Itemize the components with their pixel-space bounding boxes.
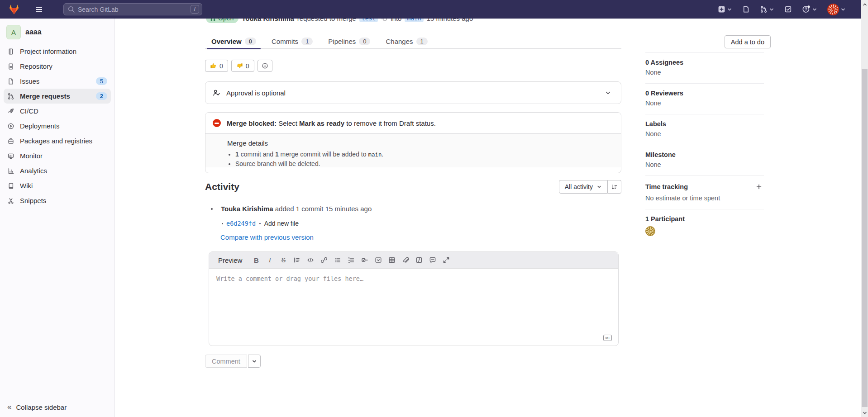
approval-expand-button[interactable] — [602, 87, 614, 99]
activity-sort-button[interactable] — [608, 180, 621, 194]
thumbs-up-button[interactable]: 0 — [205, 60, 228, 72]
italic-button[interactable]: I — [264, 255, 276, 265]
sidebar-item-deployments[interactable]: Deployments — [4, 118, 111, 133]
quote-icon — [293, 256, 300, 264]
sidebar-item-snippets[interactable]: Snippets — [4, 193, 111, 208]
link-button[interactable] — [318, 255, 330, 265]
code-button[interactable] — [305, 255, 316, 265]
search-input[interactable] — [78, 6, 188, 13]
markdown-supported-icon[interactable]: M↓ — [603, 335, 612, 341]
quote-button[interactable] — [291, 255, 303, 265]
tab-commits[interactable]: Commits 1 — [267, 34, 317, 49]
table-icon — [388, 256, 396, 264]
sidebar-item-cicd[interactable]: CI/CD — [4, 104, 111, 118]
double-chevron-left-icon: « — [7, 403, 11, 412]
commit-line: e6d249fd - Add new file — [222, 220, 621, 227]
labels-section[interactable]: Labels None — [645, 114, 764, 145]
chevron-down-icon — [252, 359, 257, 364]
scroll-down-arrow[interactable] — [861, 409, 868, 416]
insert-template-button[interactable] — [413, 255, 425, 265]
search-bar[interactable]: / — [63, 3, 202, 15]
bullet-list-icon — [334, 256, 341, 264]
reviewers-title: 0 Reviewers — [645, 90, 764, 97]
sidebar-item-issues[interactable]: Issues 5 — [4, 74, 111, 89]
commits-count: 1 — [301, 38, 313, 45]
milestone-section[interactable]: Milestone None — [645, 145, 764, 175]
approval-text: Approval is optional — [226, 89, 286, 97]
saved-reply-button[interactable] — [427, 255, 439, 265]
sidebar-item-monitor[interactable]: Monitor — [4, 148, 111, 163]
merge-requests-shortcut[interactable] — [757, 5, 777, 13]
comment-options-button[interactable] — [248, 355, 261, 368]
merge-details: Merge details 1 commit and 1 merge commi… — [205, 134, 621, 167]
thumbs-down-button[interactable]: 0 — [231, 60, 254, 72]
merge-detail-source-branch: Source branch will be deleted. — [235, 160, 614, 167]
milestone-title: Milestone — [645, 151, 764, 158]
user-avatar — [827, 4, 839, 15]
task-list-button[interactable] — [359, 255, 371, 265]
numbered-list-button[interactable] — [345, 255, 357, 265]
search-icon — [67, 5, 75, 13]
collapsible-section-button[interactable] — [372, 255, 384, 265]
attach-file-button[interactable] — [400, 255, 411, 265]
sidebar-item-packages[interactable]: Packages and registries — [4, 133, 111, 148]
reviewers-value: None — [645, 100, 764, 107]
participants-title: 1 Participant — [645, 215, 764, 223]
scroll-up-arrow[interactable] — [861, 1, 868, 8]
project-header[interactable]: A aaaa — [0, 19, 114, 44]
preview-tab[interactable]: Preview — [215, 256, 246, 264]
entry-author[interactable]: Touka Kirishima — [221, 205, 273, 213]
strikethrough-button[interactable]: S — [277, 255, 289, 265]
user-menu[interactable] — [825, 4, 849, 15]
sidebar-item-analytics[interactable]: Analytics — [4, 163, 111, 178]
activity-entry: Touka Kirishima added 1 commit 15 minute… — [205, 205, 621, 213]
todos-shortcut[interactable] — [782, 5, 795, 13]
sidebar-item-repository[interactable]: Repository — [4, 59, 111, 74]
table-button[interactable] — [386, 255, 398, 265]
commit-bullet — [222, 223, 223, 224]
chevron-down-icon — [596, 184, 602, 190]
tab-overview[interactable]: Overview 0 — [207, 34, 261, 49]
new-menu[interactable] — [715, 5, 735, 13]
editor-toolbar: Preview B I S — [209, 252, 618, 269]
participant-avatar[interactable] — [645, 226, 655, 236]
issues-icon — [7, 78, 14, 85]
hamburger-menu-icon[interactable] — [34, 5, 43, 14]
rocket-icon — [7, 108, 14, 115]
mr-right-sidebar: Add a to do 0 Assignees None 0 Reviewers… — [645, 35, 771, 243]
activity-header: Activity All activity — [205, 180, 621, 194]
tab-pipelines[interactable]: Pipelines 0 — [324, 34, 375, 49]
scrollbar-thumb[interactable] — [862, 69, 868, 407]
deployments-icon — [7, 123, 14, 130]
gitlab-logo-icon[interactable] — [8, 4, 20, 15]
chevron-down-icon — [769, 7, 774, 12]
assignees-section[interactable]: 0 Assignees None — [645, 52, 764, 83]
comment-button[interactable]: Comment — [205, 355, 247, 368]
activity-filter-dropdown[interactable]: All activity — [559, 180, 608, 194]
bullet-list-button[interactable] — [332, 255, 343, 265]
comment-textarea[interactable] — [209, 269, 618, 346]
sidebar-item-wiki[interactable]: Wiki — [4, 178, 111, 193]
bold-button[interactable]: B — [250, 255, 262, 265]
sidebar-item-project-information[interactable]: Project information — [4, 44, 111, 59]
project-name: aaaa — [25, 28, 42, 36]
add-time-entry-button[interactable] — [754, 182, 764, 192]
add-todo-button[interactable]: Add a to do — [725, 35, 771, 48]
page-scrollbar[interactable] — [861, 0, 868, 417]
reviewers-section[interactable]: 0 Reviewers None — [645, 83, 764, 114]
thumbs-down-icon — [236, 62, 243, 69]
help-menu[interactable] — [799, 5, 820, 14]
monitor-icon — [7, 152, 14, 160]
commit-sha-link[interactable]: e6d249fd — [226, 220, 256, 227]
tab-changes[interactable]: Changes 1 — [381, 34, 432, 49]
fullscreen-button[interactable] — [440, 255, 452, 265]
time-tracking-section: Time tracking No estimate or time spent — [645, 175, 764, 209]
overview-count: 0 — [245, 38, 256, 45]
issues-shortcut[interactable] — [739, 5, 753, 13]
compare-previous-version-link[interactable]: Compare with previous version — [220, 233, 314, 241]
collapse-sidebar-button[interactable]: « Collapse sidebar — [7, 403, 67, 412]
project-avatar: A — [6, 25, 21, 39]
sidebar-item-merge-requests[interactable]: Merge requests 2 — [4, 89, 111, 104]
add-reaction-button[interactable] — [258, 60, 272, 72]
merge-request-icon — [7, 93, 14, 100]
